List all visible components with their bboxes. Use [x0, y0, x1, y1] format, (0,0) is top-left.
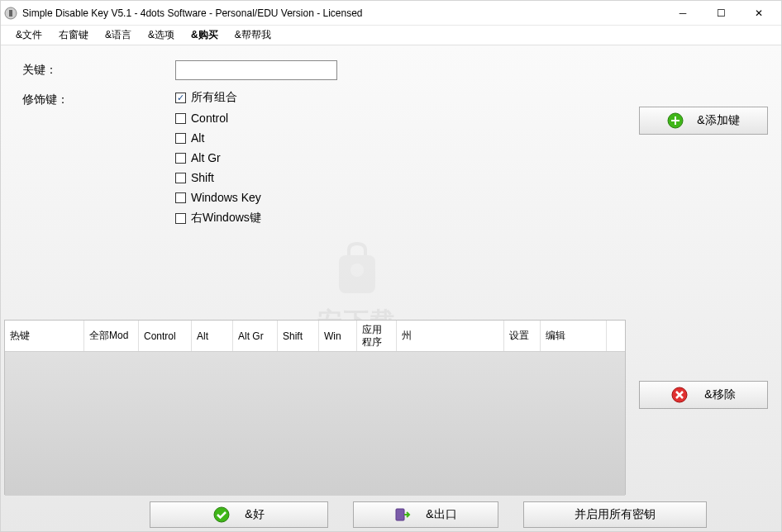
- remove-button[interactable]: &移除: [639, 381, 768, 409]
- th-win[interactable]: Win: [319, 321, 357, 351]
- th-shift[interactable]: Shift: [278, 321, 319, 351]
- key-input[interactable]: [175, 60, 337, 80]
- content-area: 关键： 修饰键： 所有组合 Control Alt Alt Gr: [1, 45, 781, 531]
- exit-button-label: &出口: [426, 507, 456, 522]
- checkbox-label: 所有组合: [191, 90, 237, 105]
- checkbox-shift[interactable]: Shift: [175, 171, 261, 184]
- modifier-label: 修饰键：: [22, 90, 175, 226]
- svg-point-8: [214, 507, 229, 522]
- checkbox-alt[interactable]: Alt: [175, 131, 261, 145]
- svg-rect-9: [396, 509, 404, 520]
- window-title: Simple Disable Key V5.1 - 4dots Software…: [22, 7, 664, 19]
- minimize-button[interactable]: ─: [664, 1, 702, 26]
- enable-all-label: 并启用所有密钥: [575, 507, 656, 522]
- remove-button-label: &移除: [704, 387, 735, 402]
- exit-icon: [394, 506, 411, 523]
- th-allmod[interactable]: 全部Mod: [84, 321, 139, 351]
- key-row: 关键：: [1, 60, 781, 80]
- checkbox-icon: [175, 93, 186, 103]
- th-altgr[interactable]: Alt Gr: [233, 321, 278, 351]
- svg-rect-5: [339, 255, 375, 293]
- title-bar: Simple Disable Key V5.1 - 4dots Software…: [1, 1, 781, 26]
- checkbox-icon: [175, 113, 186, 124]
- close-button[interactable]: ✕: [740, 1, 778, 26]
- add-key-button[interactable]: &添加键: [639, 107, 768, 135]
- table-header: 热键 全部Mod Control Alt Alt Gr Shift Win 应用…: [5, 321, 625, 352]
- menu-language[interactable]: &语言: [97, 26, 140, 45]
- checkbox-rightwin[interactable]: 右Windows键: [175, 211, 261, 226]
- th-hotkey[interactable]: 热键: [5, 321, 84, 351]
- th-edit[interactable]: 编辑: [541, 321, 607, 351]
- checkbox-icon: [175, 192, 186, 203]
- checkbox-label: Windows Key: [191, 191, 261, 204]
- th-state[interactable]: 州: [397, 321, 504, 351]
- svg-rect-1: [9, 10, 12, 17]
- th-control[interactable]: Control: [139, 321, 192, 351]
- checkbox-icon: [175, 173, 186, 183]
- checkbox-control[interactable]: Control: [175, 112, 261, 125]
- th-app[interactable]: 应用程序: [357, 321, 397, 351]
- enable-all-button[interactable]: 并启用所有密钥: [523, 501, 707, 528]
- bag-icon: [324, 235, 390, 302]
- checkbox-icon: [175, 133, 186, 144]
- ok-button[interactable]: &好: [150, 501, 328, 528]
- add-button-label: &添加键: [697, 113, 739, 128]
- menu-rightwin[interactable]: 右窗键: [50, 26, 97, 45]
- maximize-button[interactable]: ☐: [702, 1, 740, 26]
- table-body: [5, 352, 625, 496]
- th-alt[interactable]: Alt: [192, 321, 233, 351]
- checkbox-icon: [175, 213, 186, 224]
- app-icon: [4, 7, 17, 20]
- svg-point-6: [350, 264, 364, 277]
- checkbox-label: 右Windows键: [191, 211, 261, 226]
- checkbox-label: Control: [191, 112, 228, 125]
- checkbox-label: Alt Gr: [191, 151, 221, 164]
- plus-icon: [667, 112, 684, 129]
- svg-rect-4: [671, 120, 679, 121]
- checkbox-icon: [175, 153, 186, 164]
- checkbox-label: Shift: [191, 171, 214, 184]
- modifier-list: 所有组合 Control Alt Alt Gr Shift Windows Ke…: [175, 90, 261, 226]
- menu-buy[interactable]: &购买: [183, 26, 226, 45]
- bottom-buttons: &好 &出口 并启用所有密钥: [1, 501, 781, 528]
- key-label: 关键：: [22, 60, 175, 80]
- th-settings[interactable]: 设置: [504, 321, 541, 351]
- check-icon: [213, 506, 230, 523]
- checkbox-all-combos[interactable]: 所有组合: [175, 90, 261, 105]
- ok-button-label: &好: [245, 507, 264, 522]
- keys-table: 热键 全部Mod Control Alt Alt Gr Shift Win 应用…: [4, 320, 626, 495]
- checkbox-winkey[interactable]: Windows Key: [175, 191, 261, 204]
- menu-help[interactable]: &帮帮我: [226, 26, 279, 45]
- checkbox-label: Alt: [191, 131, 204, 145]
- checkbox-altgr[interactable]: Alt Gr: [175, 151, 261, 164]
- window-controls: ─ ☐ ✕: [664, 1, 778, 26]
- remove-icon: [671, 387, 688, 403]
- menu-bar: &文件 右窗键 &语言 &选项 &购买 &帮帮我: [1, 26, 781, 45]
- menu-file[interactable]: &文件: [7, 26, 50, 45]
- exit-button[interactable]: &出口: [353, 501, 498, 528]
- menu-options[interactable]: &选项: [140, 26, 183, 45]
